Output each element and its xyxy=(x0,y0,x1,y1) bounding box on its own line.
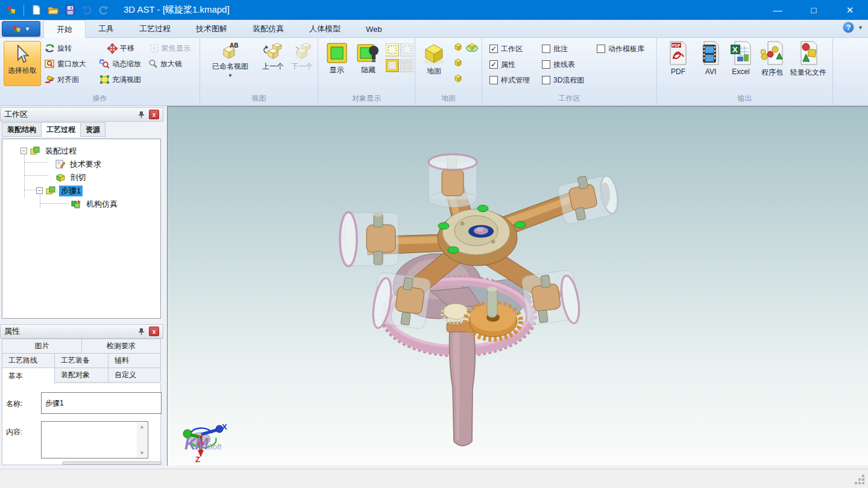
show-button[interactable]: 显示 xyxy=(322,40,351,93)
tab-illustration[interactable]: 技术图解 xyxy=(183,20,240,38)
collapse-icon[interactable]: − xyxy=(36,187,43,194)
ground-option-ring-cube-button[interactable] xyxy=(466,42,478,54)
property-panel-close-icon[interactable]: x xyxy=(149,327,159,336)
close-button[interactable]: ✕ xyxy=(832,0,868,20)
maximize-button[interactable]: □ xyxy=(796,0,832,20)
toolbar-separator xyxy=(24,5,24,16)
hide-button[interactable]: 隐藏 xyxy=(353,40,383,93)
export-excel-button[interactable]: X Excel xyxy=(725,41,757,76)
dynamic-zoom-icon xyxy=(99,59,110,69)
tab-process-route[interactable]: 工艺路线 xyxy=(2,353,55,368)
3d-viewport[interactable]: X Z KMSoft xyxy=(167,106,868,466)
tree-item-assembly-process[interactable]: − 装配过程 xyxy=(20,145,78,157)
app-menu-icon xyxy=(12,24,22,34)
rotate-button[interactable]: 旋转 xyxy=(45,42,72,54)
help-caret-icon[interactable]: ▼ xyxy=(858,25,863,31)
help-button[interactable]: ? xyxy=(843,22,854,33)
window-zoom-button[interactable]: 窗口放大 xyxy=(45,58,86,70)
excel-icon: X xyxy=(730,41,752,65)
ground-option-small-cube-1-button[interactable] xyxy=(453,42,464,54)
quick-access-toolbar xyxy=(0,4,110,17)
horizontal-scrollbar[interactable] xyxy=(63,461,162,465)
pin-icon[interactable] xyxy=(136,327,146,337)
ground-option-small-cube-2-button[interactable] xyxy=(453,57,464,70)
checkbox-annotation[interactable]: 批注 xyxy=(542,43,568,54)
basic-properties-form: 名称: 内容: ▲ ▼ xyxy=(2,384,161,465)
checkbox-workspace[interactable]: ✓工作区 xyxy=(489,43,523,54)
scroll-up-icon[interactable]: ▲ xyxy=(139,424,145,430)
checkbox-wiring-table[interactable]: 接线表 xyxy=(542,59,575,70)
tab-process-equipment[interactable]: 工艺装备 xyxy=(54,353,108,368)
export-package-button[interactable]: 程序包 xyxy=(756,41,788,78)
previous-view-button[interactable]: 上一个 xyxy=(258,40,288,93)
app-menu-caret-icon: ▼ xyxy=(25,26,30,32)
checkbox-action-template[interactable]: 动作模板库 xyxy=(597,43,644,54)
tree-connector xyxy=(24,190,36,190)
tab-resource[interactable]: 资源 xyxy=(81,122,105,137)
group-label-output: 输出 xyxy=(657,93,832,104)
3d-model-propeller-assembly[interactable] xyxy=(168,107,868,466)
application-menu-button[interactable]: ▼ xyxy=(2,21,40,37)
svg-text:AB: AB xyxy=(230,42,238,49)
scroll-down-icon[interactable]: ▼ xyxy=(139,450,145,456)
new-file-button[interactable] xyxy=(30,4,43,17)
checkbox-3d-flowchart[interactable]: 3D流程图 xyxy=(542,75,584,86)
show-selected-button[interactable] xyxy=(386,43,414,57)
undo-button[interactable] xyxy=(80,4,93,17)
tab-basic[interactable]: 基本 xyxy=(2,368,55,384)
tree-item-mechanism-simulation[interactable]: 机构仿真 xyxy=(71,198,119,210)
tab-process-workspace[interactable]: 工艺过程 xyxy=(42,122,81,137)
resize-grip-icon[interactable] xyxy=(855,475,866,486)
open-file-button[interactable] xyxy=(46,4,60,17)
workspace-panel-close-icon[interactable]: x xyxy=(149,110,159,119)
tab-custom[interactable]: 自定义 xyxy=(108,368,161,383)
tree-item-step1[interactable]: − 步骤1 xyxy=(36,185,83,196)
checkbox-property[interactable]: ✓属性 xyxy=(489,59,515,70)
name-input[interactable] xyxy=(41,392,162,414)
tab-web[interactable]: Web xyxy=(353,20,395,38)
named-view-button[interactable]: AB 已命名视图 ▼ xyxy=(205,40,256,93)
magnifier-button[interactable]: 放大镜 xyxy=(148,58,182,70)
window-title: 3D AST - [螺旋桨1.kmapd] xyxy=(124,4,230,16)
checkbox-unchecked-icon xyxy=(597,45,605,53)
tab-picture[interactable]: 图片 xyxy=(2,339,82,354)
tree-item-section[interactable]: 剖切 xyxy=(55,172,88,183)
tab-tools[interactable]: 工具 xyxy=(86,20,127,38)
next-view-button[interactable]: 下一个 xyxy=(288,40,316,93)
tree-item-tech-requirements[interactable]: 技术要求 xyxy=(55,158,103,170)
tab-simulation[interactable]: 装配仿真 xyxy=(240,20,297,38)
align-face-button[interactable]: 对齐面 xyxy=(45,74,79,86)
focus-display-button[interactable]: 聚焦显示 xyxy=(149,42,190,54)
export-lightweight-button[interactable]: 轻量化文件 xyxy=(788,41,828,78)
named-view-caret-icon: ▼ xyxy=(228,73,233,78)
group-label-view: 视图 xyxy=(200,93,318,104)
dynamic-zoom-button[interactable]: 动态缩放 xyxy=(99,58,141,70)
content-textarea[interactable]: ▲ ▼ xyxy=(41,421,148,458)
tab-process[interactable]: 工艺过程 xyxy=(127,20,183,38)
tab-start[interactable]: 开始 xyxy=(43,20,86,38)
export-avi-button[interactable]: AVI xyxy=(694,41,727,76)
tab-auxiliary[interactable]: 辅料 xyxy=(108,353,161,368)
save-button[interactable] xyxy=(63,4,77,17)
fit-view-button[interactable]: 充满视图 xyxy=(99,74,141,86)
pin-icon[interactable] xyxy=(136,110,146,120)
export-pdf-button[interactable]: PDF PDF xyxy=(662,41,694,76)
hide-selected-button[interactable] xyxy=(386,59,414,72)
checkbox-style-manager[interactable]: 样式管理 xyxy=(489,75,530,86)
ground-option-small-cube-3-button[interactable] xyxy=(453,73,464,86)
redo-button[interactable] xyxy=(97,4,110,17)
svg-text:X: X xyxy=(732,45,738,54)
select-pick-button[interactable]: 选择拾取 xyxy=(4,41,41,86)
tab-assembly-object[interactable]: 装配对象 xyxy=(54,368,108,383)
workspace-panel-header: 工作区 x xyxy=(0,107,163,122)
tab-human-model[interactable]: 人体模型 xyxy=(297,20,353,38)
tab-assembly-structure[interactable]: 装配结构 xyxy=(2,122,42,137)
pan-button[interactable]: 平移 xyxy=(107,42,134,54)
hide-icon xyxy=(357,42,380,64)
tab-inspection[interactable]: 检测要求 xyxy=(81,339,161,354)
collapse-icon[interactable]: − xyxy=(20,148,27,154)
ground-button[interactable]: 地面 xyxy=(419,40,449,93)
minimize-button[interactable]: — xyxy=(760,0,796,20)
textarea-scrollbar[interactable]: ▲ ▼ xyxy=(137,422,147,457)
property-panel-header: 属性 x xyxy=(0,324,163,339)
